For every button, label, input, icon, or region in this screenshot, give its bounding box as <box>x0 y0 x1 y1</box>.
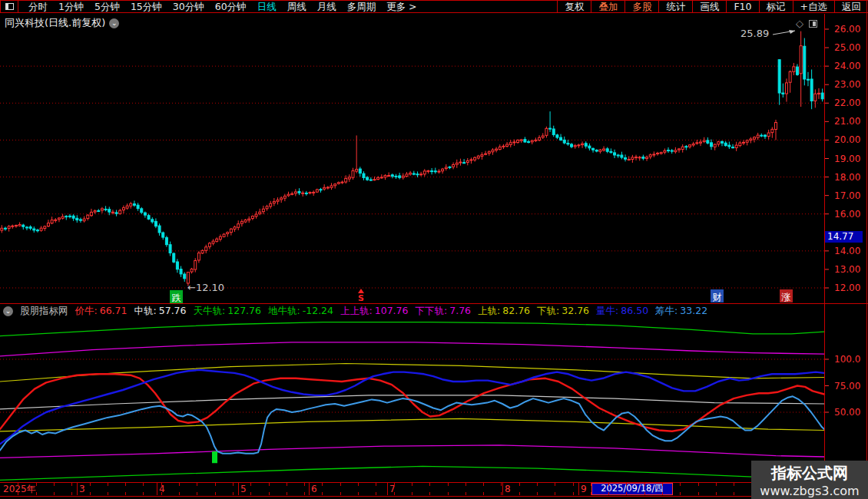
tool-item-6[interactable]: F10 <box>727 1 758 12</box>
window-toggle-button[interactable] <box>0 1 18 12</box>
candle <box>821 88 823 101</box>
timeline-minor-tick <box>680 483 681 486</box>
candle <box>291 192 293 196</box>
candle <box>227 231 229 236</box>
candle <box>803 38 806 86</box>
price-axis-label: 16.00 <box>834 209 860 220</box>
timeline-minor-tick <box>18 483 18 486</box>
candle <box>273 198 275 206</box>
candle <box>194 258 197 272</box>
timeline-minor-tick <box>394 483 395 486</box>
price-axis-label: 17.00 <box>834 190 860 201</box>
month-tick <box>387 483 388 495</box>
candle <box>531 140 533 144</box>
period-item-4[interactable]: 15分钟 <box>125 1 167 12</box>
candle <box>567 140 569 146</box>
tool-item-5[interactable]: 画线 <box>693 1 726 12</box>
chip-bull-line <box>0 396 824 454</box>
period-item-2[interactable]: 1分钟 <box>53 1 89 12</box>
tool-item-7[interactable]: 标记 <box>760 1 793 12</box>
candle <box>309 191 311 194</box>
watermark: 指标公式网 www.zbgs3.com <box>751 461 868 499</box>
period-item-1[interactable]: 分时 <box>23 1 53 12</box>
tool-item-2[interactable]: 叠加 <box>591 1 624 12</box>
period-item-7[interactable]: 日线 <box>252 1 282 12</box>
timeline-minor-tick <box>250 492 251 495</box>
candle <box>197 251 200 263</box>
timeline-minor-tick <box>501 492 502 495</box>
candle <box>345 175 347 183</box>
period-item-3[interactable]: 5分钟 <box>89 1 125 12</box>
candle <box>180 266 182 277</box>
timeline-top-border <box>0 482 868 483</box>
period-item-9[interactable]: 月线 <box>312 1 342 12</box>
candle <box>574 144 576 149</box>
timeline-minor-tick <box>304 483 305 486</box>
candle <box>782 84 784 97</box>
period-item-5[interactable]: 30分钟 <box>167 1 210 12</box>
period-item-8[interactable]: 周线 <box>282 1 312 12</box>
tool-menu: 复权叠加多股统计画线F10标记+自选返回 <box>557 1 868 12</box>
tool-item-8[interactable]: +自选 <box>793 1 834 12</box>
timeline-minor-tick <box>287 492 287 495</box>
timeline-minor-tick <box>608 492 609 495</box>
candle <box>384 174 386 180</box>
candle <box>610 148 612 154</box>
candle <box>585 141 587 148</box>
candle <box>653 151 655 157</box>
candle <box>137 203 139 210</box>
candle <box>302 191 304 197</box>
indicator-axis-label: 100.0 <box>834 354 860 365</box>
candle <box>750 137 752 144</box>
tool-item-9[interactable]: 返回 <box>835 1 868 12</box>
period-item-6[interactable]: 60分钟 <box>210 1 252 12</box>
candle <box>542 133 544 139</box>
candle <box>144 212 146 218</box>
timeline-minor-tick <box>448 492 449 495</box>
candle <box>700 140 702 147</box>
candle <box>154 218 157 228</box>
timeline-minor-tick <box>429 483 430 486</box>
candle <box>359 167 361 177</box>
timeline-minor-tick <box>358 483 359 486</box>
candle <box>545 127 548 138</box>
tool-item-1[interactable]: 复权 <box>558 1 591 12</box>
candle <box>502 144 505 149</box>
timeline-minor-tick <box>197 492 197 495</box>
timeline-minor-tick <box>36 483 37 486</box>
candle <box>793 63 795 75</box>
timeline-minor-tick <box>519 492 520 495</box>
svg-text:跌: 跌 <box>172 292 181 303</box>
candle <box>800 31 802 107</box>
candle <box>388 172 390 177</box>
price-axis-label: 21.00 <box>834 116 860 127</box>
candle <box>173 253 175 263</box>
candle <box>287 192 290 197</box>
timeline-minor-tick <box>36 492 37 495</box>
tool-item-4[interactable]: 统计 <box>659 1 692 12</box>
candle <box>320 188 322 193</box>
price-axis-label: 14.00 <box>834 246 860 256</box>
period-item-11[interactable]: 更多 > <box>381 1 422 12</box>
candle <box>817 88 820 99</box>
candle <box>434 168 436 174</box>
candle <box>810 70 813 110</box>
candle <box>255 211 257 219</box>
timeline-minor-tick <box>143 483 144 486</box>
last-date-label: 2025/09/18/四 <box>591 483 673 495</box>
timeline-minor-tick <box>108 483 108 486</box>
candle <box>538 135 541 141</box>
period-item-10[interactable]: 多周期 <box>342 1 382 12</box>
candle <box>205 245 207 253</box>
s-signal-marker: S <box>358 293 364 303</box>
candle <box>517 139 519 144</box>
candle <box>642 155 644 160</box>
candle <box>646 156 648 161</box>
tool-item-3[interactable]: 多股 <box>625 1 658 12</box>
candle <box>18 222 21 226</box>
candle <box>334 183 336 188</box>
candle <box>477 155 479 160</box>
sky-band <box>0 322 824 336</box>
candle <box>614 150 616 158</box>
month-tick <box>238 483 239 495</box>
